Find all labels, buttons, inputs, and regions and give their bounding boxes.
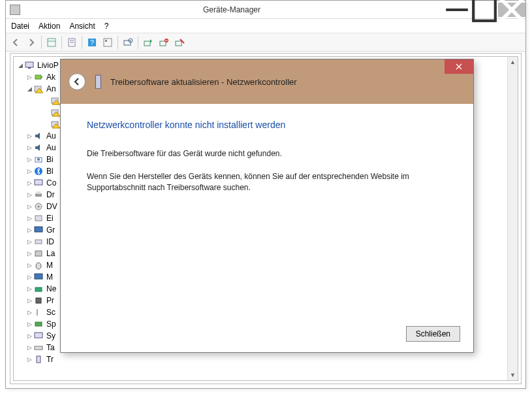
uninstall-icon[interactable] (157, 35, 171, 50)
window-controls (443, 3, 525, 17)
help-icon[interactable]: ? (85, 35, 99, 50)
tree-item[interactable]: ▷Tr (14, 353, 518, 365)
expander-icon[interactable]: ▷ (25, 180, 33, 186)
expander-icon[interactable]: ▷ (25, 297, 33, 304)
tree-item-label: ID (46, 237, 54, 246)
menu-file[interactable]: Datei (11, 22, 29, 31)
expander-icon[interactable]: ▷ (25, 144, 33, 151)
dialog-title: Treibersoftware aktualisieren - Netzwerk… (110, 77, 297, 87)
tree-item-label: La (46, 249, 55, 258)
dialog-close-button[interactable] (445, 59, 473, 74)
monitor-icon (33, 272, 44, 282)
separator (138, 36, 138, 49)
menu-action[interactable]: Aktion (39, 22, 60, 31)
toolbar: ? (6, 33, 525, 52)
dvd-icon (33, 202, 44, 211)
tree-item-label: An (46, 84, 56, 93)
dialog-message-2: Wenn Sie den Hersteller des Geräts kenne… (87, 171, 447, 193)
close-button[interactable]: Schließen (406, 326, 460, 342)
separator (82, 36, 82, 49)
dialog-message-1: Die Treibersoftware für das Gerät wurde … (87, 148, 447, 159)
update-driver-icon[interactable] (141, 35, 155, 50)
separator (61, 36, 62, 49)
expander-icon[interactable]: ▷ (25, 191, 33, 198)
scan-hardware-icon[interactable] (121, 35, 135, 50)
tree-item-label: Ei (46, 214, 54, 223)
tree-item-label: Ta (46, 343, 55, 352)
minimize-button[interactable] (443, 3, 471, 17)
expander-icon[interactable]: ▷ (25, 356, 33, 363)
svg-rect-32 (35, 180, 42, 185)
tree-item-label: Dr (46, 190, 55, 199)
menu-help[interactable]: ? (104, 22, 109, 31)
hid-icon (33, 214, 44, 223)
disable-icon[interactable] (172, 35, 187, 50)
show-hide-tree-icon[interactable] (44, 35, 59, 50)
expander-icon[interactable]: ▷ (25, 250, 33, 257)
expander-icon[interactable]: ▷ (25, 333, 33, 339)
mouse-icon (33, 261, 44, 270)
tree-item-label: Sy (46, 331, 55, 340)
portable-device-icon (33, 355, 44, 364)
expander-icon[interactable]: ▷ (25, 238, 33, 245)
tree-root-label: LivioP (37, 61, 59, 70)
back-button[interactable] (69, 73, 86, 90)
window-title: Geräte-Manager (20, 5, 443, 14)
keyboard-icon (33, 343, 44, 352)
disk-icon (33, 249, 44, 258)
svg-rect-48 (35, 346, 42, 350)
expander-icon[interactable]: ◢ (16, 62, 24, 69)
menu-view[interactable]: Ansicht (69, 22, 95, 31)
properties-icon[interactable] (65, 35, 79, 50)
expander-icon[interactable]: ▷ (25, 274, 33, 280)
warning-device-icon (50, 108, 61, 117)
svg-point-30 (37, 158, 40, 161)
maximize-button[interactable] (471, 3, 498, 17)
warning-device-icon (50, 120, 61, 129)
svg-rect-42 (35, 274, 42, 279)
details-icon[interactable] (101, 35, 115, 50)
expander-icon[interactable]: ◢ (25, 86, 33, 92)
svg-rect-40 (35, 251, 42, 256)
svg-rect-16 (160, 41, 166, 46)
printer-icon (33, 190, 44, 199)
expander-icon[interactable]: ▷ (25, 227, 33, 233)
dialog-body: Netzwerkcontroller konnte nicht installi… (61, 104, 473, 218)
scrollbar[interactable]: ▲ ▼ (507, 57, 518, 380)
device-icon (93, 75, 104, 88)
audio-icon (33, 143, 44, 152)
tree-item-label: Ak (46, 73, 55, 82)
controller-icon (33, 237, 44, 246)
expander-icon[interactable]: ▷ (25, 262, 33, 269)
expander-icon[interactable]: ▷ (25, 309, 33, 316)
expander-icon[interactable]: ▷ (25, 74, 33, 80)
expander-icon[interactable]: ▷ (25, 286, 33, 292)
computer-icon (24, 61, 35, 70)
tree-item-label: Gr (46, 225, 55, 235)
dialog-footer: Schließen (406, 326, 460, 342)
svg-rect-50 (95, 75, 101, 89)
security-icon (33, 308, 44, 317)
expander-icon[interactable]: ▷ (25, 203, 33, 210)
expander-icon[interactable]: ▷ (25, 156, 33, 163)
bluetooth-icon (33, 167, 44, 176)
back-arrow-icon[interactable] (8, 35, 23, 50)
expander-icon[interactable]: ▷ (25, 215, 33, 222)
scroll-up-icon[interactable]: ▲ (508, 57, 518, 67)
expander-icon[interactable]: ▷ (25, 344, 33, 351)
tree-item-label: Sp (46, 320, 56, 329)
scroll-down-icon[interactable]: ▼ (508, 370, 518, 380)
update-driver-dialog: Treibersoftware aktualisieren - Netzwerk… (60, 59, 474, 353)
svg-rect-24 (41, 76, 42, 78)
tree-item-label: Pr (46, 296, 54, 305)
svg-rect-44 (36, 298, 41, 303)
expander-icon[interactable]: ▷ (25, 133, 33, 139)
close-window-button[interactable] (498, 3, 525, 17)
expander-icon[interactable]: ▷ (25, 168, 33, 174)
tree-item-label: DV (46, 202, 57, 211)
svg-rect-46 (35, 322, 42, 326)
forward-arrow-icon[interactable] (24, 35, 39, 50)
svg-text:?: ? (90, 39, 94, 46)
titlebar: Geräte-Manager (6, 1, 525, 19)
expander-icon[interactable]: ▷ (25, 321, 33, 327)
